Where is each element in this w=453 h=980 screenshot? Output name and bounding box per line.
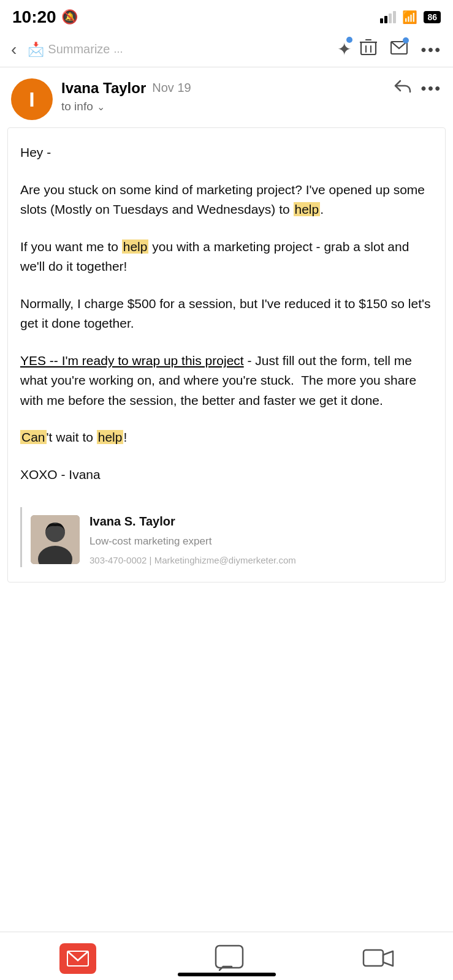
toolbar-actions: ••• (360, 38, 442, 61)
paragraph-4: YES -- I'm ready to wrap up this project… (20, 351, 433, 411)
paragraph-1: Are you stuck on some kind of marketing … (20, 180, 433, 220)
paragraph-3: Normally, I charge $500 for a session, b… (20, 294, 433, 334)
help-highlight-2: help (122, 239, 149, 254)
signature-contact: 303-470-0002 | Marketinghizme@diymerkete… (89, 553, 296, 567)
summarize-area: 📩 Summarize ... (28, 42, 328, 58)
signature-name: Ivana S. Taylor (89, 512, 296, 531)
svg-rect-12 (216, 946, 243, 968)
nav-mail[interactable] (59, 943, 96, 974)
mail-icon-wrapper (59, 943, 96, 974)
more-button[interactable]: ••• (421, 41, 442, 58)
chevron-down-icon: ⌄ (97, 101, 105, 113)
home-indicator (178, 973, 276, 976)
email-body: Hey - Are you stuck on some kind of mark… (7, 127, 446, 582)
sender-name: Ivana Taylor (61, 80, 146, 97)
sender-row: Ivana Taylor Nov 19 ••• (61, 78, 442, 97)
paragraph-5: Can't wait to help! (20, 428, 433, 448)
yes-link[interactable]: YES -- I'm ready to wrap up this project (20, 353, 244, 368)
status-right: 📶 86 (380, 10, 441, 24)
email-preview-icon: 📩 (28, 42, 44, 58)
email-to-label: to info (61, 100, 93, 113)
sparkle-button[interactable]: ✦ (337, 39, 351, 59)
svg-rect-13 (364, 950, 383, 966)
battery-indicator: 86 (424, 11, 441, 23)
signature-title: Low-cost marketing expert (89, 533, 296, 549)
compose-button[interactable] (390, 39, 408, 60)
help-highlight-3: help (97, 430, 124, 444)
wifi-icon: 📶 (402, 10, 417, 24)
nav-video[interactable] (362, 948, 394, 970)
email-more-button[interactable]: ••• (421, 80, 442, 97)
email-actions: ••• (394, 78, 442, 97)
reply-button[interactable] (394, 78, 411, 97)
help-highlight-1: help (294, 202, 321, 216)
closing: XOXO - Ivana (20, 465, 433, 485)
signal-icon (380, 11, 396, 23)
signature-info: Ivana S. Taylor Low-cost marketing exper… (89, 512, 296, 568)
email-to-row[interactable]: to info ⌄ (61, 100, 442, 113)
email-signature: Ivana S. Taylor Low-cost marketing exper… (20, 507, 433, 568)
status-bar: 10:20 🔕 📶 86 (0, 0, 453, 32)
email-header: I Ivana Taylor Nov 19 ••• to info (0, 67, 453, 127)
toolbar: ‹ 📩 Summarize ... ✦ (0, 32, 453, 67)
greeting: Hey - (20, 143, 433, 163)
can-highlight: Can (20, 430, 47, 444)
svg-rect-0 (361, 42, 376, 55)
status-time: 10:20 🔕 (12, 7, 78, 27)
paragraph-2: If you want me to help you with a market… (20, 237, 433, 277)
ellipsis-preview: ... (113, 43, 123, 56)
email-date: Nov 19 (152, 81, 191, 95)
back-button[interactable]: ‹ (11, 40, 17, 59)
signature-photo (31, 515, 80, 564)
nav-chat[interactable] (215, 944, 244, 973)
email-badge (403, 37, 409, 43)
delete-button[interactable] (360, 38, 377, 61)
email-meta: Ivana Taylor Nov 19 ••• to info ⌄ (61, 78, 442, 113)
summarize-label: Summarize (48, 42, 110, 56)
sender-avatar: I (11, 78, 53, 120)
sparkle-dot (346, 37, 352, 43)
